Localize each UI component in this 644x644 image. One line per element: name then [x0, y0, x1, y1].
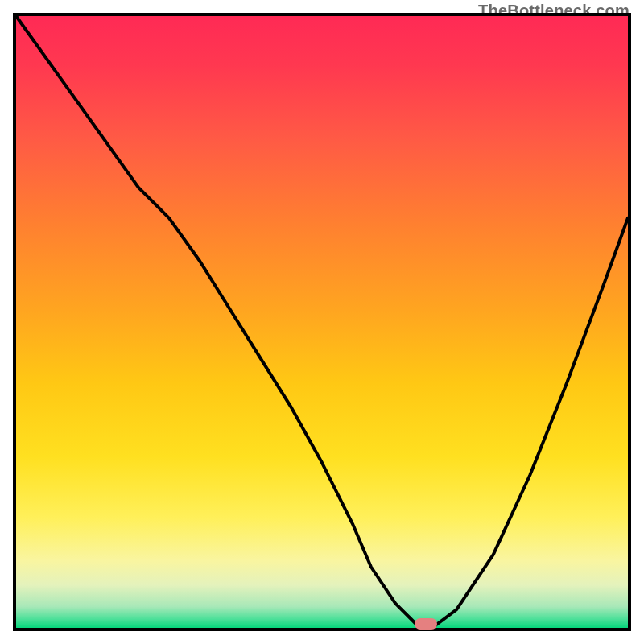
plot-area — [13, 13, 631, 631]
chart-container: TheBottleneck.com — [0, 0, 644, 644]
optimal-marker — [415, 618, 437, 630]
